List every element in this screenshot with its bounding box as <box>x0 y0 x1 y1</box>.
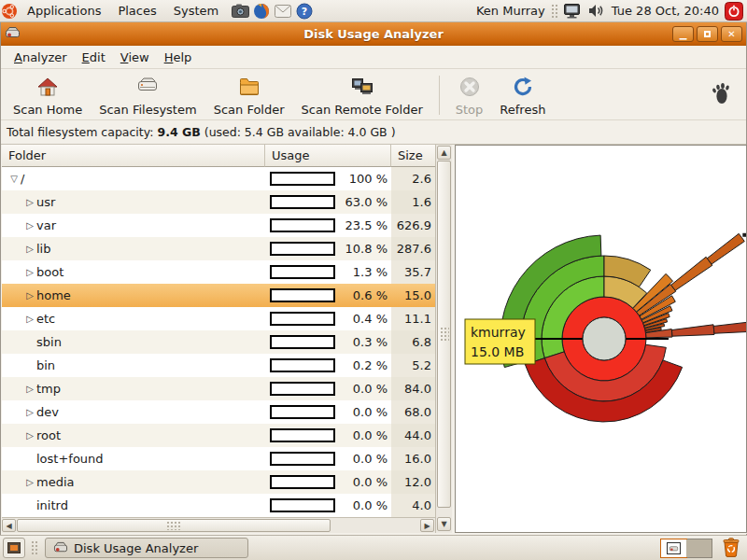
bottom-taskbar: Disk Usage Analyzer <box>0 535 747 560</box>
titlebar[interactable]: Disk Usage Analyzer ▁ ✕ <box>1 22 746 46</box>
table-row-sbin[interactable]: sbin0.3 %6.8 <box>2 330 435 354</box>
scroll-right-button[interactable]: ▶ <box>420 519 434 532</box>
panel-grip-handle[interactable] <box>551 4 557 19</box>
show-desktop-button[interactable] <box>3 538 25 558</box>
system-menu[interactable]: System <box>165 0 227 21</box>
expander-icon[interactable]: ▷ <box>23 384 36 394</box>
scan-filesystem-button[interactable]: Scan Filesystem <box>91 73 205 119</box>
expander-icon[interactable]: ▷ <box>23 290 36 301</box>
vertical-scrollbar[interactable]: ▲ ▼ <box>435 145 452 533</box>
table-row-usr[interactable]: ▷usr63.0 %1.6 <box>2 190 435 214</box>
capacity-value: 9.4 GB <box>157 125 200 139</box>
table-row-bin[interactable]: bin0.2 %5.2 <box>2 354 435 377</box>
usage-percent: 0.0 % <box>333 498 388 512</box>
ubuntu-logo-icon[interactable] <box>0 2 19 21</box>
table-row-initrd[interactable]: initrd0.0 %4.0 <box>2 494 435 517</box>
size-value: 1.6 <box>391 195 431 209</box>
expander-icon[interactable]: ▷ <box>23 314 36 324</box>
table-row-root[interactable]: ▷root0.0 %44.0 <box>2 424 435 447</box>
chart-segment[interactable] <box>707 233 744 264</box>
scroll-down-button[interactable]: ▼ <box>437 517 451 531</box>
chart-segment[interactable] <box>671 257 712 290</box>
usage-percent: 0.0 % <box>333 475 388 489</box>
help-menu[interactable]: Help <box>157 48 200 67</box>
scan-remote-folder-button[interactable]: Scan Remote Folder <box>293 73 431 119</box>
power-button[interactable] <box>725 2 743 21</box>
scroll-left-button[interactable]: ◀ <box>2 519 16 532</box>
toolbar-label: Scan Home <box>13 103 82 117</box>
minimize-button[interactable]: ▁ <box>672 26 694 42</box>
horizontal-scrollbar[interactable]: ◀ ▶ <box>2 517 435 533</box>
scan-folder-button[interactable]: Scan Folder <box>205 73 293 119</box>
usage-bar <box>270 312 335 326</box>
rings-chart[interactable]: kmurray15.0 MB <box>456 146 746 532</box>
chart-center-circle[interactable] <box>583 317 626 360</box>
rings-chart-pane[interactable]: kmurray15.0 MB <box>455 145 747 533</box>
scan-home-button[interactable]: Scan Home <box>5 73 91 119</box>
volume-icon[interactable] <box>587 2 606 21</box>
toolbar-label: Refresh <box>500 103 545 117</box>
analyzer-menu[interactable]: Analyzer <box>7 48 75 67</box>
expander-icon[interactable]: ▽ <box>7 174 21 184</box>
firefox-icon[interactable] <box>252 2 271 21</box>
task-button-disk-usage-analyzer[interactable]: Disk Usage Analyzer <box>45 538 248 558</box>
workspace-switcher[interactable] <box>660 539 712 558</box>
expander-icon[interactable]: ▷ <box>23 407 36 417</box>
table-row-boot[interactable]: ▷boot1.3 %35.7 <box>2 260 435 284</box>
refresh-button[interactable]: Refresh <box>491 73 554 119</box>
table-row-dev[interactable]: ▷dev0.0 %68.0 <box>2 400 435 424</box>
clock-label[interactable]: Tue 28 Oct, 20:40 <box>612 4 719 18</box>
folder-name: root <box>36 428 61 442</box>
places-menu[interactable]: Places <box>109 0 164 21</box>
chart-segment[interactable] <box>713 321 746 333</box>
chart-segment[interactable] <box>671 325 714 336</box>
network-computer-icon <box>350 76 374 101</box>
expander-icon[interactable]: ▷ <box>23 197 36 207</box>
trash-icon[interactable] <box>722 537 740 560</box>
applications-menu[interactable]: Applications <box>19 0 109 21</box>
workspace-1[interactable] <box>661 539 686 557</box>
help-icon[interactable]: ? <box>295 2 314 21</box>
screenshot-camera-icon[interactable] <box>231 2 249 21</box>
folder-name: lost+found <box>36 452 104 466</box>
maximize-button[interactable] <box>697 26 718 42</box>
user-name-label[interactable]: Ken Murray <box>476 4 545 18</box>
column-header-folder[interactable]: Folder <box>2 145 265 167</box>
close-button[interactable]: ✕ <box>721 26 742 42</box>
expander-icon[interactable]: ▷ <box>23 244 36 254</box>
table-row-[interactable]: ▽/100 %2.6 <box>2 167 435 190</box>
mail-icon[interactable] <box>274 2 292 21</box>
table-row-lib[interactable]: ▷lib10.8 %287.6 <box>2 237 435 260</box>
workspace-2[interactable] <box>686 539 712 557</box>
toolbar-separator <box>439 76 440 115</box>
home-icon <box>36 76 59 101</box>
table-row-media[interactable]: ▷media0.0 %12.0 <box>2 470 435 494</box>
folder-name: media <box>36 475 75 489</box>
usage-percent: 0.0 % <box>333 405 388 419</box>
expander-icon[interactable]: ▷ <box>23 430 36 441</box>
scroll-up-button[interactable]: ▲ <box>437 146 451 160</box>
table-row-etc[interactable]: ▷etc0.4 %11.1 <box>2 307 435 330</box>
table-row-home[interactable]: ▷home0.6 %15.0 <box>2 284 435 307</box>
usage-bar <box>270 288 335 302</box>
table-row-lost+found[interactable]: lost+found0.0 %16.0 <box>2 447 435 470</box>
table-row-var[interactable]: ▷var23.5 %626.9 <box>2 214 435 237</box>
edit-menu[interactable]: Edit <box>75 48 113 67</box>
column-header-usage[interactable]: Usage <box>265 145 391 167</box>
statusbar: Total filesystem capacity: 9.4 GB (used:… <box>1 120 746 145</box>
expander-icon[interactable]: ▷ <box>23 267 36 277</box>
view-menu[interactable]: View <box>113 48 157 67</box>
table-row-tmp[interactable]: ▷tmp0.0 %84.0 <box>2 377 435 400</box>
size-value: 15.0 <box>391 288 431 302</box>
column-header-size[interactable]: Size <box>391 145 435 167</box>
toolbar-label: Scan Filesystem <box>99 103 197 117</box>
display-icon[interactable] <box>563 2 582 21</box>
stop-button[interactable]: Stop <box>447 73 492 119</box>
usage-percent: 0.2 % <box>333 358 388 372</box>
horizontal-scroll-thumb[interactable] <box>17 519 331 532</box>
expander-icon[interactable]: ▷ <box>23 220 36 231</box>
taskbar-grip-handle[interactable] <box>31 540 37 555</box>
expander-icon[interactable]: ▷ <box>23 477 36 487</box>
vertical-scroll-thumb[interactable] <box>437 161 451 508</box>
usage-percent: 0.0 % <box>333 382 388 396</box>
